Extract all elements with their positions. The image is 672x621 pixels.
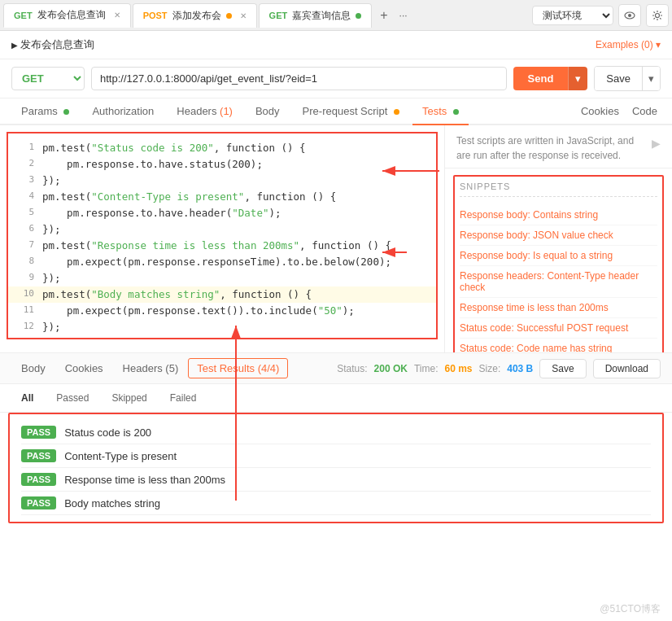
- code-line-4: 4 pm.test("Content-Type is present", fun…: [8, 189, 436, 205]
- tab-label: 添加发布会: [172, 9, 221, 23]
- test-results-list: PASS Status code is 200 PASS Content-Typ…: [10, 414, 662, 522]
- test-name-1: Content-Type is present: [64, 450, 177, 462]
- code-line-2: 2 pm.response.to.have.status(200);: [8, 156, 436, 173]
- resp-tab-body[interactable]: Body: [11, 356, 55, 381]
- tab-dot: [356, 13, 361, 19]
- tab-post-add[interactable]: POST 添加发布会 ✕: [133, 3, 257, 28]
- code-line-9: 9 });: [8, 270, 436, 286]
- test-result-0: PASS Status code is 200: [21, 421, 651, 444]
- filter-tab-all[interactable]: All: [11, 389, 43, 407]
- send-button[interactable]: Send: [513, 67, 569, 90]
- filter-tabs: All Passed Skipped Failed: [0, 384, 672, 413]
- size-label: Size:: [479, 363, 501, 374]
- request-tabs: Params Authorization Headers (1) Body Pr…: [0, 98, 672, 125]
- tab-label: 嘉宾查询信息: [292, 9, 351, 23]
- resp-tab-cookies[interactable]: Cookies: [55, 356, 113, 381]
- code-line-5: 5 pm.response.to.have.header("Date");: [8, 205, 436, 221]
- settings-icon-btn[interactable]: [646, 4, 669, 27]
- code-line-8: 8 pm.expect(pm.response.responseTime).to…: [8, 254, 436, 270]
- svg-point-2: [656, 13, 660, 17]
- code-line-6: 6 });: [8, 221, 436, 238]
- snippets-title: SNIPPETS: [460, 181, 657, 197]
- snippet-item-0[interactable]: Response body: Contains string: [460, 205, 657, 225]
- collapse-arrow[interactable]: ▶: [652, 135, 661, 152]
- tab-add-button[interactable]: +: [373, 8, 394, 23]
- page-title: 发布会信息查询: [11, 37, 94, 52]
- snippet-item-3[interactable]: Response headers: Content-Type header ch…: [460, 266, 657, 298]
- eye-icon-btn[interactable]: [618, 4, 641, 27]
- tab-get-event[interactable]: GET 发布会信息查询 ✕: [3, 3, 131, 28]
- time-label: Time:: [414, 363, 439, 374]
- test-name-3: Body matches string: [64, 497, 160, 509]
- tab-more-button[interactable]: ···: [395, 10, 412, 21]
- resp-tab-testresults[interactable]: Test Results (4/4): [188, 358, 288, 378]
- send-button-group: Send ▾: [513, 67, 588, 90]
- filter-tab-skipped[interactable]: Skipped: [102, 389, 156, 407]
- resp-tab-headers[interactable]: Headers (5): [113, 356, 189, 381]
- snippet-item-5[interactable]: Status code: Successful POST request: [460, 318, 657, 339]
- tab-params[interactable]: Params: [11, 98, 79, 124]
- test-result-1: PASS Content-Type is present: [21, 444, 651, 468]
- status-value: 200 OK: [374, 363, 408, 374]
- filter-tab-failed[interactable]: Failed: [160, 389, 207, 407]
- env-select-wrapper: 测试环境: [532, 4, 669, 27]
- time-value: 60 ms: [445, 363, 473, 374]
- pass-badge-2: PASS: [21, 473, 56, 486]
- tab-dot: [226, 13, 232, 19]
- editor-hint: Test scripts are written in JavaScript, …: [456, 133, 647, 163]
- examples-link[interactable]: Examples (0) ▾: [596, 39, 661, 50]
- tab-tests[interactable]: Tests: [412, 98, 469, 125]
- code-line-1: 1 pm.test("Status code is 200", function…: [8, 140, 436, 156]
- pass-badge-0: PASS: [21, 426, 56, 439]
- save-button[interactable]: Save: [595, 67, 642, 90]
- code-editor[interactable]: 1 pm.test("Status code is 200", function…: [8, 133, 436, 338]
- tab-method-badge: GET: [269, 11, 288, 20]
- tab-prerequest[interactable]: Pre-request Script: [293, 98, 409, 124]
- code-line-13: 13: [8, 335, 436, 338]
- code-editor-box[interactable]: 1 pm.test("Status code is 200", function…: [7, 132, 438, 339]
- tab-close-btn[interactable]: ✕: [114, 11, 120, 20]
- tab-method-badge: GET: [14, 11, 33, 20]
- code-line-10: 10 pm.test("Body matches string", functi…: [8, 286, 436, 303]
- snippets-panel: SNIPPETS Response body: Contains string …: [453, 175, 664, 352]
- tab-cookies-right[interactable]: Cookies: [578, 98, 622, 124]
- status-label: Status:: [337, 363, 367, 374]
- tab-get-guest[interactable]: GET 嘉宾查询信息: [259, 3, 373, 28]
- resp-download-button[interactable]: Download: [593, 359, 661, 378]
- send-dropdown-button[interactable]: ▾: [568, 67, 587, 90]
- snippet-item-6[interactable]: Status code: Code name has string: [460, 339, 657, 352]
- env-select[interactable]: 测试环境: [532, 6, 613, 25]
- method-select[interactable]: GET POST PUT DELETE: [11, 67, 85, 90]
- save-dropdown-button[interactable]: ▾: [642, 67, 660, 90]
- tab-method-badge: POST: [143, 11, 168, 20]
- tests-dot: [453, 109, 459, 115]
- test-results-box: PASS Status code is 200 PASS Content-Typ…: [8, 413, 664, 523]
- prerequest-dot: [394, 109, 399, 115]
- resp-save-button[interactable]: Save: [539, 359, 586, 378]
- test-name-2: Response time is less than 200ms: [64, 474, 225, 486]
- tab-code-right[interactable]: Code: [629, 98, 661, 124]
- pass-badge-3: PASS: [21, 496, 56, 509]
- test-result-3: PASS Body matches string: [21, 492, 651, 515]
- test-name-0: Status code is 200: [64, 426, 151, 439]
- tab-close-btn[interactable]: ✕: [240, 11, 247, 20]
- filter-tab-passed[interactable]: Passed: [46, 389, 98, 407]
- snippet-item-1[interactable]: Response body: JSON value check: [460, 225, 657, 246]
- test-result-2: PASS Response time is less than 200ms: [21, 468, 651, 492]
- params-dot: [63, 109, 69, 115]
- code-line-3: 3 });: [8, 173, 436, 189]
- tab-headers[interactable]: Headers (1): [167, 98, 242, 124]
- code-line-11: 11 pm.expect(pm.response.text()).to.incl…: [8, 303, 436, 319]
- breadcrumb: 发布会信息查询 Examples (0) ▾: [0, 31, 672, 59]
- tab-body[interactable]: Body: [246, 98, 290, 124]
- svg-point-1: [628, 14, 631, 17]
- snippet-item-4[interactable]: Response time is less than 200ms: [460, 298, 657, 318]
- save-button-group: Save ▾: [594, 66, 661, 91]
- code-line-7: 7 pm.test("Response time is less than 20…: [8, 238, 436, 254]
- size-value: 403 B: [507, 363, 533, 374]
- snippet-item-2[interactable]: Response body: Is equal to a string: [460, 246, 657, 266]
- pass-badge-1: PASS: [21, 449, 56, 462]
- url-input[interactable]: [91, 67, 507, 90]
- editor-area: 1 pm.test("Status code is 200", function…: [0, 125, 672, 353]
- tab-authorization[interactable]: Authorization: [82, 98, 164, 124]
